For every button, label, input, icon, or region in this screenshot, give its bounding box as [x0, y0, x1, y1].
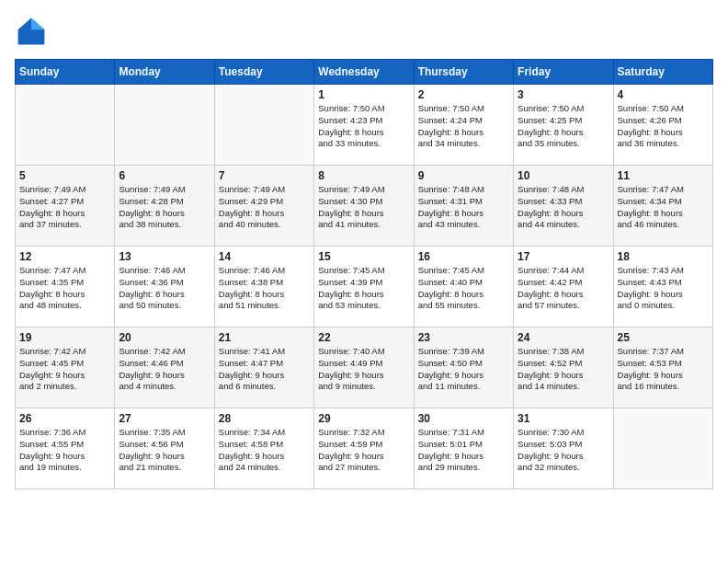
calendar-cell: 24Sunrise: 7:38 AM Sunset: 4:52 PM Dayli…: [514, 327, 613, 408]
day-info: Sunrise: 7:31 AM Sunset: 5:01 PM Dayligh…: [418, 427, 509, 474]
day-number: 12: [19, 250, 110, 263]
calendar-cell: 29Sunrise: 7:32 AM Sunset: 4:59 PM Dayli…: [314, 408, 414, 489]
day-number: 28: [219, 412, 310, 425]
day-info: Sunrise: 7:46 AM Sunset: 4:38 PM Dayligh…: [219, 265, 310, 312]
calendar-cell: 11Sunrise: 7:47 AM Sunset: 4:34 PM Dayli…: [613, 166, 712, 247]
day-number: 23: [418, 331, 509, 344]
day-number: 14: [219, 250, 310, 263]
calendar-week-row: 26Sunrise: 7:36 AM Sunset: 4:55 PM Dayli…: [16, 408, 713, 489]
day-number: 11: [618, 169, 709, 182]
day-info: Sunrise: 7:30 AM Sunset: 5:03 PM Dayligh…: [518, 427, 609, 474]
day-number: 15: [318, 250, 409, 263]
day-info: Sunrise: 7:34 AM Sunset: 4:58 PM Dayligh…: [219, 427, 310, 474]
day-info: Sunrise: 7:42 AM Sunset: 4:46 PM Dayligh…: [119, 346, 210, 393]
day-number: 19: [19, 331, 110, 344]
column-header-tuesday: Tuesday: [214, 60, 313, 85]
calendar-cell: 21Sunrise: 7:41 AM Sunset: 4:47 PM Dayli…: [214, 327, 313, 408]
calendar-week-row: 12Sunrise: 7:47 AM Sunset: 4:35 PM Dayli…: [16, 247, 713, 327]
calendar-cell: 1Sunrise: 7:50 AM Sunset: 4:23 PM Daylig…: [314, 85, 414, 166]
day-number: 10: [518, 169, 609, 182]
day-info: Sunrise: 7:36 AM Sunset: 4:55 PM Dayligh…: [19, 427, 110, 474]
day-info: Sunrise: 7:50 AM Sunset: 4:23 PM Dayligh…: [318, 103, 409, 150]
day-info: Sunrise: 7:50 AM Sunset: 4:25 PM Dayligh…: [518, 103, 609, 150]
calendar-cell: 8Sunrise: 7:49 AM Sunset: 4:30 PM Daylig…: [314, 166, 414, 247]
column-header-monday: Monday: [115, 60, 214, 85]
calendar-cell: 18Sunrise: 7:43 AM Sunset: 4:43 PM Dayli…: [613, 247, 712, 327]
day-number: 3: [518, 88, 609, 101]
calendar-cell: 26Sunrise: 7:36 AM Sunset: 4:55 PM Dayli…: [16, 408, 115, 489]
day-number: 26: [19, 412, 110, 425]
page-header: [15, 15, 713, 48]
day-number: 16: [418, 250, 509, 263]
calendar-cell: [16, 85, 115, 166]
calendar-cell: 20Sunrise: 7:42 AM Sunset: 4:46 PM Dayli…: [115, 327, 214, 408]
column-header-saturday: Saturday: [613, 60, 712, 85]
day-number: 20: [119, 331, 210, 344]
calendar-cell: 15Sunrise: 7:45 AM Sunset: 4:39 PM Dayli…: [314, 247, 414, 327]
day-info: Sunrise: 7:40 AM Sunset: 4:49 PM Dayligh…: [318, 346, 409, 393]
calendar-cell: 16Sunrise: 7:45 AM Sunset: 4:40 PM Dayli…: [414, 247, 513, 327]
day-info: Sunrise: 7:32 AM Sunset: 4:59 PM Dayligh…: [318, 427, 409, 474]
day-info: Sunrise: 7:50 AM Sunset: 4:26 PM Dayligh…: [618, 103, 709, 150]
calendar-cell: [115, 85, 214, 166]
svg-marker-1: [31, 18, 44, 30]
day-number: 24: [518, 331, 609, 344]
calendar-header-row: SundayMondayTuesdayWednesdayThursdayFrid…: [16, 60, 713, 85]
day-number: 7: [219, 169, 310, 182]
day-info: Sunrise: 7:45 AM Sunset: 4:40 PM Dayligh…: [418, 265, 509, 312]
calendar-cell: 19Sunrise: 7:42 AM Sunset: 4:45 PM Dayli…: [16, 327, 115, 408]
day-number: 9: [418, 169, 509, 182]
day-info: Sunrise: 7:49 AM Sunset: 4:27 PM Dayligh…: [19, 184, 110, 231]
calendar-cell: 4Sunrise: 7:50 AM Sunset: 4:26 PM Daylig…: [613, 85, 712, 166]
day-info: Sunrise: 7:49 AM Sunset: 4:29 PM Dayligh…: [219, 184, 310, 231]
calendar-week-row: 5Sunrise: 7:49 AM Sunset: 4:27 PM Daylig…: [16, 166, 713, 247]
day-info: Sunrise: 7:47 AM Sunset: 4:34 PM Dayligh…: [618, 184, 709, 231]
column-header-friday: Friday: [514, 60, 613, 85]
day-number: 8: [318, 169, 409, 182]
calendar-cell: 25Sunrise: 7:37 AM Sunset: 4:53 PM Dayli…: [613, 327, 712, 408]
calendar-cell: 5Sunrise: 7:49 AM Sunset: 4:27 PM Daylig…: [16, 166, 115, 247]
day-info: Sunrise: 7:39 AM Sunset: 4:50 PM Dayligh…: [418, 346, 509, 393]
day-info: Sunrise: 7:45 AM Sunset: 4:39 PM Dayligh…: [318, 265, 409, 312]
day-number: 18: [618, 250, 709, 263]
day-info: Sunrise: 7:48 AM Sunset: 4:31 PM Dayligh…: [418, 184, 509, 231]
day-number: 21: [219, 331, 310, 344]
day-info: Sunrise: 7:37 AM Sunset: 4:53 PM Dayligh…: [618, 346, 709, 393]
day-info: Sunrise: 7:49 AM Sunset: 4:28 PM Dayligh…: [119, 184, 210, 231]
day-info: Sunrise: 7:38 AM Sunset: 4:52 PM Dayligh…: [518, 346, 609, 393]
day-number: 4: [618, 88, 709, 101]
column-header-wednesday: Wednesday: [314, 60, 414, 85]
column-header-thursday: Thursday: [414, 60, 513, 85]
day-info: Sunrise: 7:42 AM Sunset: 4:45 PM Dayligh…: [19, 346, 110, 393]
day-info: Sunrise: 7:35 AM Sunset: 4:56 PM Dayligh…: [119, 427, 210, 474]
day-number: 25: [618, 331, 709, 344]
calendar-cell: 10Sunrise: 7:48 AM Sunset: 4:33 PM Dayli…: [514, 166, 613, 247]
calendar-cell: 28Sunrise: 7:34 AM Sunset: 4:58 PM Dayli…: [214, 408, 313, 489]
calendar-cell: 7Sunrise: 7:49 AM Sunset: 4:29 PM Daylig…: [214, 166, 313, 247]
day-number: 30: [418, 412, 509, 425]
calendar-cell: 2Sunrise: 7:50 AM Sunset: 4:24 PM Daylig…: [414, 85, 513, 166]
calendar-cell: 13Sunrise: 7:46 AM Sunset: 4:36 PM Dayli…: [115, 247, 214, 327]
day-number: 6: [119, 169, 210, 182]
day-info: Sunrise: 7:41 AM Sunset: 4:47 PM Dayligh…: [219, 346, 310, 393]
calendar-cell: 23Sunrise: 7:39 AM Sunset: 4:50 PM Dayli…: [414, 327, 513, 408]
day-number: 31: [518, 412, 609, 425]
calendar-cell: 9Sunrise: 7:48 AM Sunset: 4:31 PM Daylig…: [414, 166, 513, 247]
calendar-cell: 17Sunrise: 7:44 AM Sunset: 4:42 PM Dayli…: [514, 247, 613, 327]
calendar-week-row: 1Sunrise: 7:50 AM Sunset: 4:23 PM Daylig…: [16, 85, 713, 166]
calendar-cell: 31Sunrise: 7:30 AM Sunset: 5:03 PM Dayli…: [514, 408, 613, 489]
calendar-cell: 27Sunrise: 7:35 AM Sunset: 4:56 PM Dayli…: [115, 408, 214, 489]
calendar-cell: 22Sunrise: 7:40 AM Sunset: 4:49 PM Dayli…: [314, 327, 414, 408]
calendar-cell: 14Sunrise: 7:46 AM Sunset: 4:38 PM Dayli…: [214, 247, 313, 327]
day-number: 2: [418, 88, 509, 101]
calendar-cell: [613, 408, 712, 489]
day-number: 1: [318, 88, 409, 101]
day-info: Sunrise: 7:49 AM Sunset: 4:30 PM Dayligh…: [318, 184, 409, 231]
calendar-cell: 30Sunrise: 7:31 AM Sunset: 5:01 PM Dayli…: [414, 408, 513, 489]
logo-icon: [15, 15, 48, 48]
calendar-table: SundayMondayTuesdayWednesdayThursdayFrid…: [15, 59, 713, 489]
day-info: Sunrise: 7:50 AM Sunset: 4:24 PM Dayligh…: [418, 103, 509, 150]
day-number: 29: [318, 412, 409, 425]
day-number: 17: [518, 250, 609, 263]
day-number: 22: [318, 331, 409, 344]
